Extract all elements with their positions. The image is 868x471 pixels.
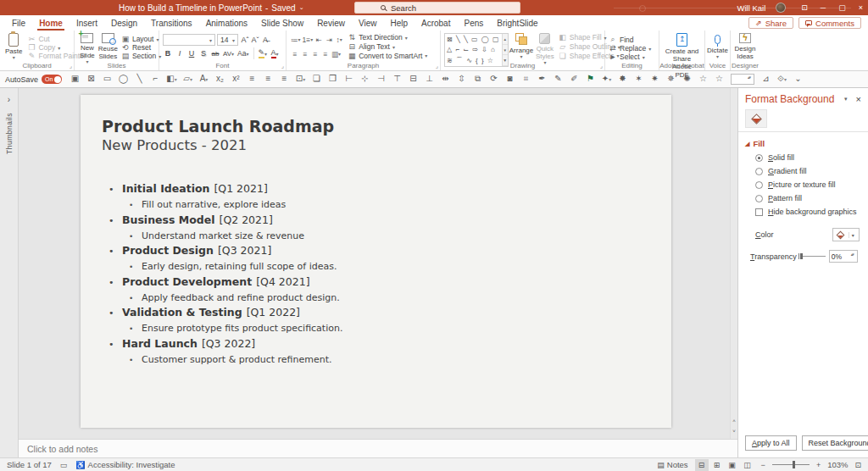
tab-pens[interactable]: Pens xyxy=(457,15,490,30)
accessibility-checker[interactable]: ♿ Accessibility: Investigate xyxy=(75,460,175,469)
slide-subtitle[interactable]: New Products - 2021 xyxy=(102,137,671,153)
text-box-icon[interactable]: ⊠ xyxy=(83,70,99,88)
fit-to-window-icon[interactable]: ⊡ xyxy=(854,461,861,469)
tab-slide-show[interactable]: Slide Show xyxy=(254,15,310,30)
paragraph-dialog-launcher[interactable]: ⌟ xyxy=(436,63,438,69)
strikethrough-button[interactable]: ab xyxy=(210,47,220,60)
align-text-button[interactable]: ⊟Align Text▾ xyxy=(348,42,427,52)
align-objects-bottom-icon[interactable]: ⊥ xyxy=(421,70,437,88)
tab-file[interactable]: File xyxy=(5,15,32,30)
font-name-combobox[interactable]: ▾ xyxy=(163,34,215,46)
notes-area[interactable]: Click to add notes xyxy=(19,439,737,457)
tab-review[interactable]: Review xyxy=(310,15,352,30)
font-color-icon[interactable]: A▾ xyxy=(196,70,212,88)
group-objects-icon[interactable]: ⧉ xyxy=(470,70,486,88)
select-button[interactable]: ►Select▾ xyxy=(609,53,651,61)
bullet-item[interactable]: • Hard Launch [Q3 2022] • Customer suppo… xyxy=(108,337,671,368)
shape-fill-icon[interactable]: ◧▾ xyxy=(164,70,180,88)
zoom-level[interactable]: 103% xyxy=(827,460,848,469)
reset-button[interactable]: ⟲Reset xyxy=(121,43,161,52)
transparency-spinner[interactable]: 0% xyxy=(829,250,858,263)
arrange-button[interactable]: Arrange ▾ xyxy=(509,33,534,60)
convert-to-smartart-button[interactable]: ▦Convert to SmartArt▾ xyxy=(348,51,427,60)
search-box[interactable]: Search xyxy=(354,2,520,14)
tab-brightslide[interactable]: BrightSlide xyxy=(490,15,544,30)
increase-indent-button[interactable]: ⇥ xyxy=(324,33,334,46)
picture-or-texture-fill-radio[interactable]: Picture or texture fill xyxy=(755,180,861,189)
zoom-slider[interactable] xyxy=(772,464,810,465)
shape-outline-icon[interactable]: ▱▾ xyxy=(180,70,196,88)
minimize-icon[interactable]: ─ xyxy=(821,3,826,12)
autosave-toggle[interactable]: On xyxy=(42,75,62,84)
tab-transitions[interactable]: Transitions xyxy=(144,15,199,30)
eyedropper-icon[interactable]: ✒ xyxy=(534,70,550,88)
zoom-in-button[interactable]: + xyxy=(816,461,821,469)
shape-gallery-row-2[interactable]: △ ⌐ ⌙ ⇨ ⇩ ⌂ xyxy=(447,45,500,54)
slide-sorter-view-button[interactable]: ⊞ xyxy=(710,459,724,471)
replace-button[interactable]: ⇄Replace▾ xyxy=(609,44,651,53)
quick-styles-button[interactable]: Quick Styles ▾ xyxy=(534,33,556,60)
tab-acrobat[interactable]: Acrobat xyxy=(415,15,457,30)
slide-number-indicator[interactable]: Slide 1 of 17 xyxy=(7,460,52,469)
underline-button[interactable]: U xyxy=(186,47,197,60)
pane-options-caret-icon[interactable]: ▾ xyxy=(844,96,848,103)
hide-background-graphics-checkbox[interactable]: Hide background graphics xyxy=(755,208,861,216)
star-burst-1-icon[interactable]: ✸ xyxy=(615,70,631,88)
gradient-fill-radio[interactable]: Gradient fill xyxy=(755,167,861,175)
save-icon[interactable]: ▣ xyxy=(67,70,83,88)
comments-button[interactable]: Comments xyxy=(798,17,861,29)
ribbon-display-options-icon[interactable]: ⊡ xyxy=(801,3,808,12)
text-shadow-button[interactable]: S xyxy=(198,47,209,60)
pattern-fill-radio[interactable]: Pattern fill xyxy=(755,194,861,202)
align-left-button[interactable]: ≡ xyxy=(290,47,300,60)
align-center-icon[interactable]: ≡ xyxy=(260,70,276,88)
notes-button[interactable]: ▤ Notes xyxy=(657,460,687,469)
distribute-vertically-icon[interactable]: ⇳ xyxy=(453,70,470,88)
save-status[interactable]: Saved xyxy=(271,3,295,13)
design-ideas-button[interactable]: ϟ Design Ideas xyxy=(733,33,758,60)
decrease-font-size-button[interactable]: Aˇ xyxy=(250,34,260,47)
save-status-caret-icon[interactable]: ⌄ xyxy=(299,4,304,11)
align-left-icon[interactable]: ≡ xyxy=(244,70,260,88)
tab-insert[interactable]: Insert xyxy=(70,15,104,30)
new-star-icon[interactable]: ✦▾ xyxy=(598,70,615,88)
bring-forward-icon[interactable]: ❏ xyxy=(309,70,325,88)
next-slide-button[interactable]: ˅ xyxy=(731,427,737,435)
distribute-horizontally-icon[interactable]: ⇹ xyxy=(437,70,453,88)
change-case-button[interactable]: Aa▾ xyxy=(236,47,249,60)
rectangle-icon[interactable]: ▭ xyxy=(99,70,115,88)
solid-fill-radio[interactable]: Solid fill xyxy=(755,153,861,162)
bullet-item[interactable]: • Product Development [Q4 2021] • Apply … xyxy=(108,275,671,307)
tab-help[interactable]: Help xyxy=(383,15,415,30)
line-spacing-button[interactable]: ↕▾ xyxy=(334,33,344,46)
flag-icon[interactable]: ⚑ xyxy=(582,70,598,88)
zoom-out-button[interactable]: − xyxy=(761,461,765,469)
align-objects-center-icon[interactable]: ⊹ xyxy=(357,70,373,88)
columns-button[interactable]: ▥▾ xyxy=(331,47,342,60)
reuse-slides-button[interactable]: Reuse Slides xyxy=(97,33,120,60)
clipboard-dialog-launcher[interactable]: ⌟ xyxy=(70,63,72,69)
character-spacing-button[interactable]: AV▾ xyxy=(222,47,235,60)
close-icon[interactable]: × xyxy=(859,3,863,12)
display-settings-icon[interactable]: ▭ xyxy=(60,461,68,469)
gallery-scroll-up-icon[interactable]: ▴ xyxy=(503,34,508,45)
line-icon[interactable]: ╲ xyxy=(131,70,147,88)
tab-design[interactable]: Design xyxy=(104,15,144,30)
star-burst-2-icon[interactable]: ✶ xyxy=(631,70,647,88)
align-objects-top-icon[interactable]: ⊤ xyxy=(389,70,405,88)
align-right-icon[interactable]: ≡ xyxy=(276,70,292,88)
avatar[interactable] xyxy=(776,3,786,13)
section-button[interactable]: ▤Section▾ xyxy=(121,52,161,60)
slideshow-button[interactable]: ◫ xyxy=(741,459,754,471)
send-backward-icon[interactable]: ❐ xyxy=(325,70,341,88)
superscript-icon[interactable]: x² xyxy=(228,70,244,88)
draw-highlighter-icon[interactable]: ✐ xyxy=(566,70,582,88)
gallery-scroll-down-icon[interactable]: ▾ xyxy=(503,45,508,56)
font-size-combobox[interactable]: 14▾ xyxy=(217,34,238,46)
zoom-slider-thumb[interactable] xyxy=(793,461,795,468)
share-button[interactable]: ⇗ Share xyxy=(748,17,793,29)
normal-view-button[interactable]: ⊟ xyxy=(695,459,709,471)
shape-size-spinner[interactable] xyxy=(731,74,754,85)
bullets-button[interactable]: ≔▾ xyxy=(290,33,302,46)
numbering-button[interactable]: 1≡▾ xyxy=(302,33,314,46)
